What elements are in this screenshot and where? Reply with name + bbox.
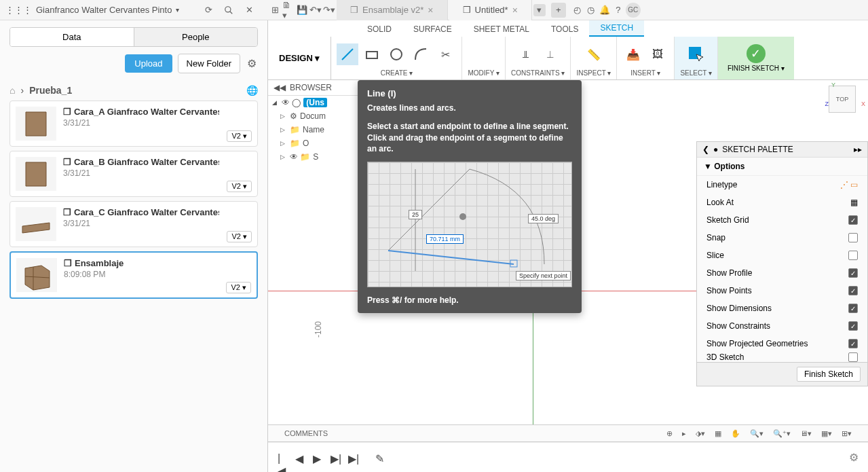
- finish-sketch-button-small[interactable]: Finish Sketch: [797, 367, 861, 382]
- image-icon[interactable]: 🖼: [647, 43, 668, 65]
- timeline-end-icon[interactable]: ▶|: [348, 452, 359, 463]
- gear-icon[interactable]: ⚙: [246, 58, 258, 70]
- vertical-constraint-icon[interactable]: ⟂: [540, 43, 561, 65]
- trim-tool-icon[interactable]: ✂: [434, 43, 456, 65]
- checkbox[interactable]: [848, 233, 858, 242]
- viewport-icon[interactable]: ⊞▾: [842, 429, 852, 438]
- file-item[interactable]: ❒ Cara_B Gianfraco Walter Cervantes Pi..…: [10, 151, 258, 197]
- add-comment-icon[interactable]: ⊕: [666, 429, 673, 438]
- bell-icon[interactable]: 🔔: [599, 4, 611, 16]
- search-icon[interactable]: [223, 4, 235, 16]
- upload-button[interactable]: Upload: [125, 54, 172, 73]
- timeline-start-icon[interactable]: |◀: [278, 452, 288, 463]
- checkbox[interactable]: [848, 251, 858, 260]
- file-version[interactable]: V2 ▾: [227, 231, 252, 242]
- clock-icon[interactable]: ◷: [585, 4, 597, 16]
- tree-item[interactable]: ▷⚙ Docum: [268, 109, 360, 123]
- file-version[interactable]: V2 ▾: [226, 282, 251, 293]
- pan-icon[interactable]: ✋: [731, 429, 740, 438]
- help-icon[interactable]: ?: [612, 4, 624, 16]
- expand-icon[interactable]: ▸▸: [854, 145, 862, 154]
- look-at-icon[interactable]: ▦: [715, 429, 721, 438]
- view-cube[interactable]: TOP: [829, 86, 856, 113]
- breadcrumb[interactable]: ⌂ › Prueba_1 🌐: [0, 80, 267, 101]
- tree-item[interactable]: ▷👁 📁 S: [268, 150, 360, 164]
- refresh-icon[interactable]: ⟳: [202, 4, 214, 16]
- file-icon[interactable]: 🗎▾: [282, 4, 295, 16]
- timeline-next-icon[interactable]: ▶|: [331, 452, 341, 463]
- tab-surface[interactable]: SURFACE: [402, 22, 463, 37]
- look-at-icon[interactable]: ▦: [850, 198, 858, 207]
- measure-icon[interactable]: 📏: [583, 43, 605, 65]
- tab-solid[interactable]: SOLID: [356, 22, 402, 37]
- tab-tools[interactable]: TOOLS: [540, 22, 589, 37]
- horizontal-constraint-icon[interactable]: ⫫: [515, 43, 537, 65]
- document-tab-2[interactable]: ❒ Untitled* ×: [449, 0, 532, 20]
- gear-icon[interactable]: ⚙: [849, 451, 858, 464]
- grid-display-icon[interactable]: ▦▾: [821, 429, 832, 438]
- finish-sketch-button[interactable]: ✓ FINISH SKETCH ▾: [718, 37, 794, 79]
- timeline: |◀ ◀ ▶ ▶| ▶| ✎ ⚙: [268, 442, 868, 472]
- document-tab-1[interactable]: ❒ Ensamblaje v2* ×: [337, 0, 448, 20]
- checkbox[interactable]: [848, 352, 858, 362]
- save-icon[interactable]: 💾: [296, 4, 308, 16]
- checkbox[interactable]: ✓: [848, 339, 858, 348]
- redo-icon[interactable]: ↷▾: [323, 4, 335, 16]
- checkbox[interactable]: ✓: [848, 286, 858, 295]
- grid-apps-icon[interactable]: ⊞: [269, 4, 281, 16]
- display-icon[interactable]: 🖥▾: [800, 429, 812, 438]
- undo-icon[interactable]: ↶▾: [309, 4, 322, 16]
- new-tab-button[interactable]: +: [551, 3, 566, 18]
- file-item[interactable]: ❒ Cara_A Gianfraco Walter Cervantes Pi..…: [10, 101, 258, 147]
- arc-tool-icon[interactable]: [410, 43, 432, 65]
- home-icon[interactable]: ⌂: [10, 85, 15, 96]
- close-panel-icon[interactable]: ✕: [243, 4, 255, 16]
- globe-icon[interactable]: 🌐: [246, 84, 258, 96]
- tooltip-body: Select a start and endpoint to define a …: [367, 121, 572, 155]
- close-icon[interactable]: ×: [428, 5, 433, 16]
- collapse-icon[interactable]: ❮: [702, 145, 709, 154]
- new-folder-button[interactable]: New Folder: [178, 54, 240, 73]
- svg-line-1: [230, 11, 233, 14]
- timeline-sketch-icon[interactable]: ✎: [375, 452, 386, 463]
- checkbox[interactable]: ✓: [848, 268, 858, 278]
- file-version[interactable]: V2 ▾: [227, 181, 252, 192]
- tree-item[interactable]: ▷📁 Name: [268, 123, 360, 137]
- checkbox[interactable]: ✓: [848, 215, 858, 225]
- design-workspace-menu[interactable]: DESIGN ▾: [268, 37, 331, 79]
- tree-item[interactable]: ▷📁 O: [268, 137, 360, 150]
- chevron-down-icon[interactable]: ▾: [533, 4, 546, 16]
- insert-icon[interactable]: 📥: [622, 43, 644, 65]
- tree-root[interactable]: ◢👁 ◯ (Uns: [268, 96, 360, 109]
- line-tool-icon[interactable]: [337, 43, 358, 65]
- user-menu[interactable]: ⋮⋮⋮ Gianfranco Walter Cervantes Pinto ▾ …: [5, 4, 263, 16]
- ribbon-tabs: SOLID SURFACE SHEET METAL TOOLS SKETCH: [268, 20, 868, 37]
- checkbox[interactable]: ✓: [848, 304, 858, 313]
- checkbox[interactable]: ✓: [848, 321, 858, 331]
- rectangle-tool-icon[interactable]: [361, 43, 383, 65]
- timeline-play-icon[interactable]: ▶: [313, 452, 324, 463]
- fit-icon[interactable]: 🔍⁺▾: [773, 429, 791, 438]
- timeline-prev-icon[interactable]: ◀: [295, 452, 306, 463]
- tab-data[interactable]: Data: [10, 28, 134, 46]
- tab-people[interactable]: People: [134, 28, 258, 46]
- orbit-icon[interactable]: ⬗▾: [696, 429, 705, 438]
- file-item[interactable]: ❒ Ensamblaje 8:09:08 PM V2 ▾: [10, 251, 258, 299]
- select-icon[interactable]: [685, 43, 707, 65]
- tab-sketch[interactable]: SKETCH: [589, 20, 644, 37]
- linetype-icons[interactable]: ⋰ ▭: [840, 180, 858, 189]
- close-icon[interactable]: ×: [512, 5, 518, 16]
- expand-icon[interactable]: ▸: [682, 429, 686, 438]
- file-item[interactable]: ❒ Cara_C Gianfraco Walter Cervantes Pi..…: [10, 201, 258, 247]
- palette-section-options[interactable]: ▼ Options: [697, 158, 867, 176]
- file-thumbnail: [16, 107, 56, 141]
- avatar[interactable]: GC: [626, 3, 641, 18]
- tab-sheet-metal[interactable]: SHEET METAL: [463, 22, 540, 37]
- extension-icon[interactable]: ◴: [571, 4, 584, 16]
- circle-tool-icon[interactable]: [385, 43, 407, 65]
- collapse-icon[interactable]: ◀◀: [273, 83, 286, 92]
- zoom-icon[interactable]: 🔍▾: [750, 429, 763, 438]
- cube-icon: ❒: [64, 258, 72, 268]
- svg-marker-3: [26, 162, 46, 186]
- file-version[interactable]: V2 ▾: [227, 130, 252, 142]
